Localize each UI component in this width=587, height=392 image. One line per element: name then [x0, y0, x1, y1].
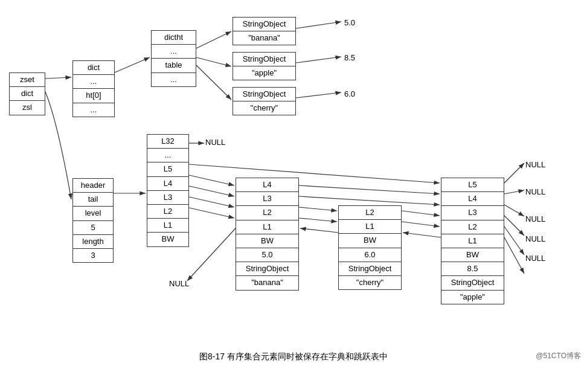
str-banana-top: StringObject "banana"	[233, 17, 296, 45]
svg-line-2	[45, 77, 71, 79]
header-cell-level: level	[73, 207, 113, 220]
n1-str2: "banana"	[236, 276, 298, 289]
svg-line-21	[299, 218, 337, 222]
n2-str1: StringObject	[339, 262, 401, 276]
svg-line-12	[189, 164, 440, 183]
sl-hdr-l32: L32	[147, 135, 188, 149]
null-right-l1: NULL	[525, 254, 545, 263]
sl-hdr-l1: L1	[147, 219, 188, 233]
caption: 图8-17 有序集合元素同时被保存在字典和跳跃表中	[0, 352, 587, 362]
n3-bw: BW	[441, 248, 504, 262]
svg-line-14	[299, 185, 440, 194]
str-apple-top-2: "apple"	[233, 66, 295, 80]
null-right-l5: NULL	[525, 160, 545, 169]
header-cell-5: 5	[73, 221, 113, 235]
header-cell-header: header	[73, 179, 113, 193]
watermark: @51CTO博客	[536, 351, 581, 361]
zset-cell-zset: zset	[10, 73, 45, 87]
str-apple-top-1: StringObject	[233, 53, 295, 66]
svg-line-3	[115, 57, 150, 72]
str-cherry-top-2: "cherry"	[233, 101, 295, 115]
diagram: zset dict zsl dict ... ht[0] ... dictht …	[0, 0, 587, 368]
svg-line-7	[296, 22, 341, 28]
header-box: header tail level 5 length 3	[72, 178, 114, 263]
n2-l1: L1	[339, 220, 401, 234]
n3-score: 8.5	[441, 262, 504, 276]
sl-hdr-l2: L2	[147, 205, 188, 219]
sl-hdr-l5: L5	[147, 162, 188, 176]
svg-line-20	[189, 208, 234, 218]
caption-text: 图8-17 有序集合元素同时被保存在字典和跳跃表中	[199, 352, 388, 361]
dict-cell-dots2: ...	[73, 103, 114, 117]
n2-str2: "cherry"	[339, 276, 401, 289]
dictht-cell-2: ...	[152, 45, 196, 59]
sl-hdr-l4: L4	[147, 177, 188, 191]
sl-hdr-l3: L3	[147, 191, 188, 205]
svg-line-5	[196, 57, 231, 66]
header-cell-tail: tail	[73, 193, 113, 207]
n3-str2: "apple"	[441, 291, 504, 304]
dict-cell-dots: ...	[73, 75, 114, 89]
dictht-cell-4: ...	[152, 73, 196, 86]
svg-line-22	[402, 222, 440, 227]
n3-l4: L4	[441, 192, 504, 206]
svg-line-23	[504, 163, 524, 183]
null-bw: NULL	[169, 279, 189, 288]
null-right-l2: NULL	[525, 234, 545, 243]
score-85: 8.5	[344, 53, 355, 62]
str-cherry-top-1: StringObject	[233, 88, 295, 101]
n1-score: 5.0	[236, 248, 298, 262]
str-apple-top: StringObject "apple"	[233, 52, 296, 80]
n3-l1: L1	[441, 234, 504, 248]
svg-line-27	[504, 227, 524, 255]
zset-cell-dict: dict	[10, 87, 45, 101]
zset-cell-zsl: zsl	[10, 101, 45, 114]
n2-bw: BW	[339, 234, 401, 248]
str-banana-top-2: "banana"	[233, 31, 295, 45]
svg-line-28	[187, 228, 236, 281]
svg-line-15	[189, 186, 234, 196]
header-cell-length: length	[73, 235, 113, 249]
svg-line-26	[504, 216, 524, 236]
node3-box: L5 L4 L3 L2 L1 BW 8.5 StringObject "appl…	[441, 178, 504, 304]
n3-l5: L5	[441, 178, 504, 192]
n1-l1: L1	[236, 220, 298, 234]
node2-box: L2 L1 BW 6.0 StringObject "cherry"	[338, 205, 402, 290]
dict-box: dict ... ht[0] ...	[72, 60, 115, 117]
svg-line-24	[504, 190, 524, 194]
dict-cell-dict: dict	[73, 61, 114, 75]
svg-line-16	[299, 196, 440, 205]
svg-line-4	[196, 31, 231, 48]
svg-line-18	[299, 207, 337, 211]
svg-line-13	[189, 175, 234, 185]
n1-l4: L4	[236, 178, 298, 192]
skiplist-header: L32 ... L5 L4 L3 L2 L1 BW	[147, 134, 189, 247]
header-cell-3: 3	[73, 249, 113, 262]
dictht-cell-1: dictht	[152, 31, 196, 45]
str-cherry-top: StringObject "cherry"	[233, 87, 296, 115]
n1-l2: L2	[236, 206, 298, 220]
score-60: 6.0	[344, 89, 355, 98]
n2-l2: L2	[339, 206, 401, 220]
zset-box: zset dict zsl	[9, 72, 45, 115]
svg-line-17	[189, 197, 234, 207]
svg-line-31	[504, 237, 524, 274]
dict-cell-ht0: ht[0]	[73, 89, 114, 103]
svg-line-30	[403, 233, 441, 237]
svg-line-19	[402, 211, 440, 216]
svg-line-9	[296, 92, 341, 98]
n3-l2: L2	[441, 220, 504, 234]
n1-l3: L3	[236, 192, 298, 206]
null-l32: NULL	[205, 138, 225, 147]
n3-str1: StringObject	[441, 276, 504, 290]
str-banana-top-1: StringObject	[233, 18, 295, 31]
sl-hdr-dots: ...	[147, 149, 188, 162]
n2-score: 6.0	[339, 248, 401, 262]
svg-line-29	[300, 228, 338, 233]
node1-box: L4 L3 L2 L1 BW 5.0 StringObject "banana"	[236, 178, 299, 291]
null-right-l3: NULL	[525, 214, 545, 223]
svg-line-25	[504, 205, 524, 216]
null-right-l4: NULL	[525, 187, 545, 196]
dictht-cell-3: table	[152, 59, 196, 72]
n3-l3: L3	[441, 206, 504, 220]
